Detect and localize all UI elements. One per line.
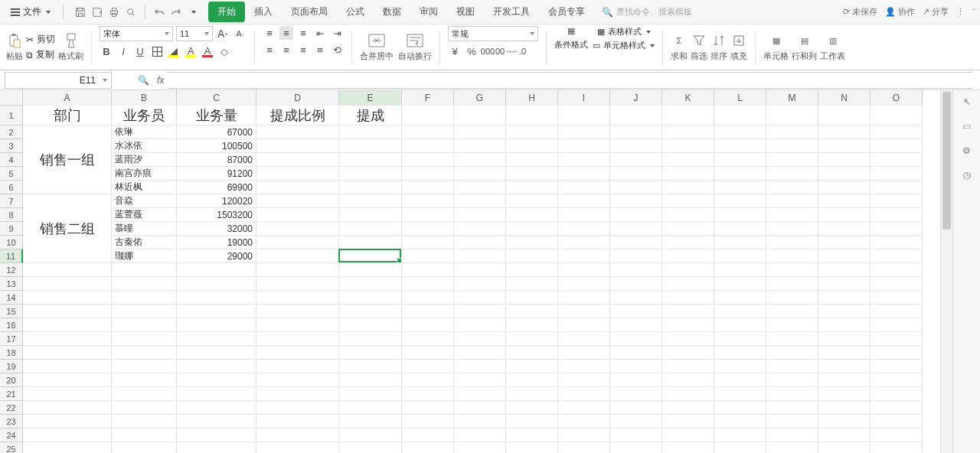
align-bottom-button[interactable]: ≡ bbox=[296, 26, 310, 40]
row-header-14[interactable]: 14 bbox=[0, 291, 23, 305]
cell-M8[interactable] bbox=[766, 208, 818, 222]
cell-I5[interactable] bbox=[558, 167, 610, 181]
cell-K8[interactable] bbox=[662, 208, 714, 222]
cell-E16[interactable] bbox=[339, 318, 402, 332]
cell-E15[interactable] bbox=[339, 305, 402, 318]
row-header-17[interactable]: 17 bbox=[0, 332, 23, 346]
cell-I7[interactable] bbox=[558, 194, 610, 208]
cell-N18[interactable] bbox=[818, 346, 871, 360]
row-header-5[interactable]: 5 bbox=[0, 167, 23, 181]
cell-I17[interactable] bbox=[558, 332, 610, 346]
cell-B14[interactable] bbox=[112, 291, 177, 305]
cell-O17[interactable] bbox=[871, 332, 923, 346]
cell-A14[interactable] bbox=[23, 291, 112, 305]
cell-G2[interactable] bbox=[454, 125, 506, 139]
cell-C20[interactable] bbox=[177, 373, 256, 387]
cell-B8[interactable]: 蓝萱薇 bbox=[112, 208, 177, 222]
cell-N16[interactable] bbox=[818, 318, 871, 332]
cell-N20[interactable] bbox=[818, 373, 871, 387]
row-header-4[interactable]: 4 bbox=[0, 153, 23, 167]
select-all-corner[interactable] bbox=[0, 90, 23, 106]
cell-A20[interactable] bbox=[23, 373, 112, 387]
cell-M22[interactable] bbox=[766, 401, 818, 415]
cell-I15[interactable] bbox=[558, 305, 610, 318]
cell-N10[interactable] bbox=[818, 236, 871, 249]
cell-C25[interactable] bbox=[177, 442, 256, 453]
cell-L10[interactable] bbox=[714, 236, 766, 249]
cell-G11[interactable] bbox=[454, 249, 506, 263]
cell-H20[interactable] bbox=[506, 373, 558, 387]
cell-J18[interactable] bbox=[610, 346, 662, 360]
cell-O20[interactable] bbox=[871, 373, 923, 387]
cell-N8[interactable] bbox=[818, 208, 871, 222]
cell-N17[interactable] bbox=[818, 332, 871, 346]
unsaved-indicator[interactable]: ⟳ 未保存 bbox=[843, 6, 877, 18]
formula-input[interactable] bbox=[167, 72, 972, 89]
cell-G4[interactable] bbox=[454, 153, 506, 167]
cell-D24[interactable] bbox=[256, 429, 339, 442]
format-painter-button[interactable]: 格式刷 bbox=[58, 32, 83, 62]
cell-F18[interactable] bbox=[402, 346, 454, 360]
cell-C6[interactable]: 69900 bbox=[177, 181, 256, 194]
cell-J23[interactable] bbox=[610, 415, 662, 429]
save-icon[interactable] bbox=[74, 6, 87, 18]
zoom-icon[interactable]: 🔍 bbox=[138, 75, 149, 86]
cell-G6[interactable] bbox=[454, 181, 506, 194]
cell-K15[interactable] bbox=[662, 305, 714, 318]
bold-button[interactable]: B bbox=[100, 44, 113, 58]
cell-K16[interactable] bbox=[662, 318, 714, 332]
cell-F22[interactable] bbox=[402, 401, 454, 415]
ribbon-tab-2[interactable]: 页面布局 bbox=[282, 2, 337, 22]
cell-K13[interactable] bbox=[662, 277, 714, 291]
cell-L8[interactable] bbox=[714, 208, 766, 222]
cell-J8[interactable] bbox=[610, 208, 662, 222]
cell-F25[interactable] bbox=[402, 442, 454, 453]
cell-G21[interactable] bbox=[454, 387, 506, 401]
row-header-7[interactable]: 7 bbox=[0, 194, 23, 208]
cell-H16[interactable] bbox=[506, 318, 558, 332]
help-icon[interactable]: ◷ bbox=[960, 168, 974, 182]
cell-E5[interactable] bbox=[339, 167, 402, 181]
row-header-1[interactable]: 1 bbox=[0, 106, 23, 125]
cell-H5[interactable] bbox=[506, 167, 558, 181]
col-header-C[interactable]: C bbox=[177, 90, 256, 106]
cell-G19[interactable] bbox=[454, 360, 506, 373]
cell-C21[interactable] bbox=[177, 387, 256, 401]
cell-A2[interactable]: 销售一组 bbox=[23, 125, 112, 194]
col-header-L[interactable]: L bbox=[714, 90, 766, 106]
ribbon-tab-8[interactable]: 会员专享 bbox=[539, 2, 594, 22]
cell-G24[interactable] bbox=[454, 429, 506, 442]
cell-B15[interactable] bbox=[112, 305, 177, 318]
cell-N1[interactable] bbox=[818, 106, 871, 125]
cell-F17[interactable] bbox=[402, 332, 454, 346]
cell-A18[interactable] bbox=[23, 346, 112, 360]
cell-M5[interactable] bbox=[766, 167, 818, 181]
paste-button[interactable]: 粘贴 bbox=[6, 32, 23, 62]
cell-C16[interactable] bbox=[177, 318, 256, 332]
align-right-button[interactable]: ≡ bbox=[296, 43, 310, 57]
cell-M11[interactable] bbox=[766, 249, 818, 263]
cell-K20[interactable] bbox=[662, 373, 714, 387]
cell-F21[interactable] bbox=[402, 387, 454, 401]
cell-N11[interactable] bbox=[818, 249, 871, 263]
cell-H23[interactable] bbox=[506, 415, 558, 429]
cell-B2[interactable]: 依琳 bbox=[112, 125, 177, 139]
cell-N24[interactable] bbox=[818, 429, 871, 442]
cell-D21[interactable] bbox=[256, 387, 339, 401]
cell-D15[interactable] bbox=[256, 305, 339, 318]
cell-J10[interactable] bbox=[610, 236, 662, 249]
cell-G14[interactable] bbox=[454, 291, 506, 305]
col-header-N[interactable]: N bbox=[818, 90, 871, 106]
align-center-button[interactable]: ≡ bbox=[279, 43, 293, 57]
cell-K19[interactable] bbox=[662, 360, 714, 373]
cell-E10[interactable] bbox=[339, 236, 402, 249]
cells-button[interactable]: ▦单元格 bbox=[763, 32, 789, 62]
cell-G20[interactable] bbox=[454, 373, 506, 387]
cell-I20[interactable] bbox=[558, 373, 610, 387]
cell-L24[interactable] bbox=[714, 429, 766, 442]
col-header-G[interactable]: G bbox=[454, 90, 506, 106]
cell-O16[interactable] bbox=[871, 318, 923, 332]
cell-E11[interactable] bbox=[339, 249, 402, 263]
cell-N23[interactable] bbox=[818, 415, 871, 429]
cell-E2[interactable] bbox=[339, 125, 402, 139]
